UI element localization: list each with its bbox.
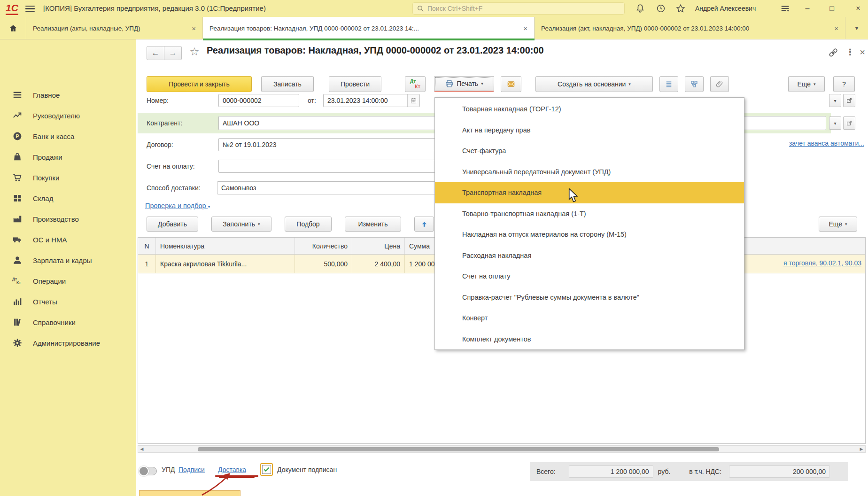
menu-item-envelope[interactable]: Конверт: [435, 308, 744, 329]
menu-item-m15[interactable]: Накладная на отпуск материалов на сторон…: [435, 224, 744, 245]
document-signed-label: Документ подписан: [277, 466, 337, 473]
nav-forward-button[interactable]: →: [164, 46, 182, 60]
table-more-button[interactable]: Еще ▾: [819, 217, 857, 232]
advance-offset-link[interactable]: зачет аванса автомати...: [789, 140, 864, 147]
calendar-icon[interactable]: [407, 94, 419, 107]
sidebar-item-warehouse[interactable]: Склад: [0, 188, 136, 209]
close-window-button[interactable]: ×: [851, 2, 865, 15]
more-dots-icon[interactable]: ⋮: [845, 47, 856, 58]
attachments-button[interactable]: [710, 76, 729, 92]
sidebar-item-manager[interactable]: Руководителю: [0, 105, 136, 126]
menu-item-1t-waybill[interactable]: Товарно-транспортная накладная (1-Т): [435, 203, 744, 225]
shopping-cart-icon: [12, 172, 23, 183]
notifications-bell-icon[interactable]: [635, 3, 645, 14]
scroll-right-icon[interactable]: ▶: [858, 446, 865, 452]
favorites-star-icon[interactable]: [675, 3, 686, 14]
more-button[interactable]: Еще ▾: [788, 76, 825, 92]
menu-item-expense-waybill[interactable]: Расходная накладная: [435, 245, 744, 266]
history-icon[interactable]: [656, 3, 666, 14]
print-dropdown-menu: Товарная накладная (ТОРГ-12) Акт на пере…: [434, 97, 744, 350]
number-field[interactable]: [218, 94, 299, 107]
column-header-quantity[interactable]: Количество: [295, 238, 352, 254]
sidebar-item-bank-cash[interactable]: P Банк и касса: [0, 126, 136, 147]
sidebar-item-purchases[interactable]: Покупки: [0, 167, 136, 188]
close-tab-icon[interactable]: ×: [834, 24, 838, 32]
scrollbar-thumb[interactable]: [198, 447, 719, 451]
current-user[interactable]: Андрей Алексеевич: [695, 5, 756, 12]
chevron-down-icon: ▾: [208, 204, 210, 209]
contractor-open-icon[interactable]: [843, 116, 855, 130]
menu-item-payment-invoice[interactable]: Счет на оплату: [435, 266, 744, 287]
tab-realization-list[interactable]: Реализация (акты, накладные, УПД) ×: [26, 17, 203, 39]
menu-item-transport-waybill[interactable]: Транспортная накладная: [435, 182, 744, 203]
related-documents-button[interactable]: [659, 76, 678, 92]
tab-realization-document[interactable]: Реализация товаров: Накладная, УПД 0000-…: [203, 17, 535, 39]
menu-item-transfer-act[interactable]: Акт на передачу прав: [435, 120, 744, 141]
upd-toggle[interactable]: [139, 467, 157, 475]
shopping-bag-icon: [12, 152, 23, 162]
close-document-icon[interactable]: ×: [857, 47, 868, 58]
menu-item-calc-reference[interactable]: Справка-расчет "Рублевые суммы документа…: [435, 287, 744, 308]
invoice-label: Счет на оплату:: [147, 163, 195, 170]
menu-item-document-set[interactable]: Комплект документов: [435, 329, 744, 350]
dt-kt-icon: ДтКт: [12, 277, 23, 285]
add-row-button[interactable]: Добавить: [147, 217, 198, 232]
menu-item-torg12[interactable]: Товарная накладная (ТОРГ-12): [435, 99, 744, 120]
search-input[interactable]: [427, 5, 620, 12]
column-header-n[interactable]: N: [138, 238, 156, 254]
gear-icon: [12, 338, 23, 348]
send-email-button[interactable]: [501, 76, 521, 92]
column-header-nomenclature[interactable]: Номенклатура: [156, 238, 295, 254]
maximize-button[interactable]: □: [825, 2, 839, 15]
column-header-price[interactable]: Цена: [352, 238, 405, 254]
move-row-up-button[interactable]: [414, 217, 434, 232]
create-based-on-button[interactable]: Создать на основании ▾: [535, 76, 653, 92]
get-link-icon[interactable]: [828, 47, 839, 58]
pick-button[interactable]: Подбор: [285, 217, 332, 232]
print-button[interactable]: Печать ▾: [434, 76, 494, 92]
document-structure-button[interactable]: [685, 76, 704, 92]
help-button[interactable]: ?: [833, 76, 855, 92]
tab-overflow-arrow-icon[interactable]: ▼: [845, 17, 868, 39]
number-label: Номер:: [147, 97, 169, 104]
organization-select-arrow-icon[interactable]: ▾: [829, 94, 841, 107]
favorite-star-icon[interactable]: ☆: [189, 45, 200, 56]
edit-button[interactable]: Изменить: [345, 217, 401, 232]
tab-home[interactable]: [0, 17, 26, 39]
document-signed-checkbox[interactable]: [260, 463, 273, 476]
save-button[interactable]: Записать: [261, 76, 314, 92]
dt-kt-postings-button[interactable]: Дт Кт: [405, 76, 426, 92]
organization-open-icon[interactable]: [843, 94, 855, 107]
sidebar-item-fixed-assets[interactable]: ОС и НМА: [0, 229, 136, 250]
sidebar-item-salary-hr[interactable]: Зарплата и кадры: [0, 250, 136, 271]
main-menu-icon[interactable]: [25, 4, 35, 13]
minimize-button[interactable]: –: [800, 2, 814, 15]
fill-button[interactable]: Заполнить ▾: [211, 217, 271, 232]
close-tab-icon[interactable]: ×: [523, 24, 527, 32]
post-and-close-button[interactable]: Провести и закрыть: [147, 76, 252, 92]
sidebar-item-administration[interactable]: Администрирование: [0, 333, 136, 353]
tab-realization-act[interactable]: Реализация (акт, накладная, УПД) 0000-00…: [535, 17, 845, 39]
date-field[interactable]: [323, 94, 420, 107]
sidebar-item-main[interactable]: Главное: [0, 85, 136, 105]
envelope-icon: [506, 80, 516, 88]
post-button[interactable]: Провести: [329, 76, 381, 92]
service-menu-icon[interactable]: [780, 3, 790, 14]
sidebar-item-operations[interactable]: ДтКт Операции: [0, 271, 136, 291]
sidebar-item-sales[interactable]: Продажи: [0, 147, 136, 167]
close-tab-icon[interactable]: ×: [192, 24, 196, 32]
scroll-left-icon[interactable]: ◀: [138, 446, 146, 452]
sidebar-item-directories[interactable]: Справочники: [0, 312, 136, 333]
sidebar-item-production[interactable]: Производство: [0, 209, 136, 229]
horizontal-scrollbar[interactable]: ◀ ▶: [138, 445, 866, 453]
nav-back-button[interactable]: ←: [147, 46, 164, 60]
check-and-pick-link[interactable]: Проверка и подбор ▾: [145, 202, 210, 209]
contractor-select-arrow-icon[interactable]: ▾: [829, 116, 841, 130]
row-accounts-link[interactable]: я торговля, 90.02.1, 90.03: [783, 259, 861, 267]
menu-item-upd[interactable]: Универсальный передаточный документ (УПД…: [435, 162, 744, 183]
global-search[interactable]: [412, 2, 625, 15]
upd-label: УПД: [162, 466, 175, 473]
bar-chart-icon: [12, 296, 23, 307]
menu-item-invoice-factura[interactable]: Счет-фактура: [435, 140, 744, 162]
sidebar-item-reports[interactable]: Отчеты: [0, 291, 136, 312]
